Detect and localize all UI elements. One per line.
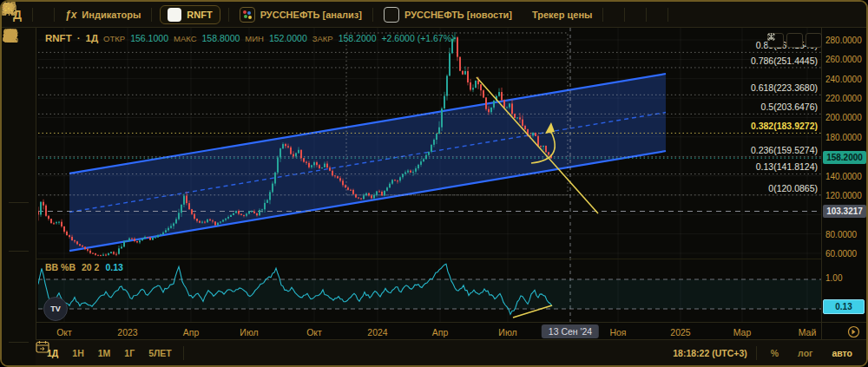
price-tick-label: 140.0000 bbox=[825, 172, 862, 181]
top-toolbar: Д ƒx Индикаторы RNFT РУССНЕФТЬ [анализ] bbox=[2, 2, 866, 28]
time-axis-label: Окт bbox=[56, 327, 72, 338]
tool-trend-line[interactable] bbox=[7, 52, 30, 71]
time-axis-label: Ноя bbox=[609, 327, 626, 338]
range-button-1Г[interactable]: 1Г bbox=[122, 346, 137, 360]
tool-lock-drawings[interactable] bbox=[7, 298, 30, 317]
tool-magnet[interactable] bbox=[7, 255, 30, 274]
toolbar-divider bbox=[32, 8, 33, 22]
camera-icon bbox=[2, 2, 16, 14]
toolbar-divider bbox=[624, 8, 625, 22]
tool-remove-drawings[interactable] bbox=[7, 346, 30, 365]
sidebar-divider bbox=[9, 251, 29, 252]
watchlist-star-button[interactable] bbox=[611, 13, 616, 16]
analysis-button[interactable]: РУССНЕФТЬ [анализ] bbox=[237, 5, 365, 24]
last-price-tag: 158.2000 bbox=[823, 151, 866, 164]
sidebar-divider bbox=[9, 202, 29, 203]
high-value: 158.8000 bbox=[202, 33, 240, 43]
fib-level-label: 0.382(183.9272) bbox=[557, 121, 818, 131]
time-axis-label: Июл bbox=[498, 327, 516, 338]
pane-restore-button[interactable] bbox=[806, 33, 822, 48]
price-tick-label: 260.0000 bbox=[825, 55, 862, 64]
price-tracker-button[interactable]: Трекер цены bbox=[529, 8, 595, 22]
tool-text[interactable]: T bbox=[7, 116, 30, 135]
time-axis-label: Май bbox=[799, 327, 817, 338]
open-value: 156.1000 bbox=[130, 33, 168, 43]
draw-note-button[interactable] bbox=[654, 13, 660, 16]
tool-measure[interactable] bbox=[7, 206, 30, 226]
calendar-icon bbox=[36, 340, 49, 353]
settings-button[interactable] bbox=[814, 13, 819, 16]
tool-drawing-mode[interactable] bbox=[7, 276, 30, 295]
time-axis-label: Июл bbox=[240, 327, 258, 338]
tool-emoji[interactable] bbox=[7, 180, 30, 199]
time-axis-label: Апр bbox=[432, 327, 449, 338]
crosshair-date-badge: 13 Сен '24 bbox=[542, 324, 599, 338]
clock-display[interactable]: 18:18:22 (UTC+3) bbox=[673, 348, 747, 358]
pane-controls bbox=[767, 33, 822, 48]
russneft-logo-icon bbox=[168, 8, 181, 22]
undo-button[interactable] bbox=[676, 13, 681, 16]
time-axis-label: Апр bbox=[183, 327, 200, 338]
sidebar-divider bbox=[9, 342, 29, 343]
tool-curve[interactable] bbox=[7, 95, 30, 114]
toolbar-right-icons bbox=[814, 13, 858, 16]
fx-icon: ƒx bbox=[65, 9, 76, 21]
fib-level-label: 0.5(203.6476) bbox=[557, 102, 818, 112]
indicator-legend[interactable]: BB %B 20 2 0.13 bbox=[45, 262, 123, 272]
alerts-button[interactable] bbox=[633, 13, 638, 16]
screenshot-button[interactable] bbox=[852, 13, 858, 16]
change-value: +2.6000 (+1.67%) bbox=[381, 33, 454, 43]
tool-hide-drawings[interactable] bbox=[7, 318, 30, 338]
price-tick-label: 80.0000 bbox=[825, 230, 857, 239]
tool-forecast[interactable] bbox=[7, 159, 30, 178]
legend-interval[interactable]: 1Д bbox=[86, 33, 99, 43]
time-axis-label: 2025 bbox=[670, 327, 690, 338]
range-button-1М[interactable]: 1М bbox=[95, 346, 114, 360]
auto-scale-button[interactable]: авто bbox=[826, 347, 858, 359]
bottom-toolbar: 1Д1Н1М1Г5ЛЕТ 18:18:22 (UTC+3) % лог авто bbox=[36, 339, 866, 365]
chart-window: 280.0000260.0000240.0000220.0000200.0000… bbox=[0, 0, 868, 367]
price-tick-label: 280.0000 bbox=[825, 36, 862, 45]
indicator-name: BB %B bbox=[45, 262, 76, 272]
range-button-5ЛЕТ[interactable]: 5ЛЕТ bbox=[146, 346, 174, 360]
time-axis-label: Мар bbox=[733, 327, 752, 338]
fib-level-label: 0.786(251.4445) bbox=[557, 56, 818, 66]
time-axis-label: Окт bbox=[306, 327, 322, 338]
tool-fib-retracement[interactable] bbox=[7, 74, 30, 93]
go-to-date-button[interactable] bbox=[193, 351, 198, 355]
legend-symbol[interactable]: RNFT bbox=[45, 33, 72, 43]
news-button[interactable]: РУССНЕФТЬ [новости] bbox=[381, 5, 515, 24]
date-ranges: 1Д1Н1М1Г5ЛЕТ bbox=[44, 346, 174, 360]
bb-top-label: 1.00 bbox=[825, 273, 842, 283]
indicator-value: 0.13 bbox=[105, 262, 122, 272]
close-value: 158.2000 bbox=[339, 33, 377, 43]
indicators-button[interactable]: ƒx Индикаторы bbox=[62, 7, 143, 23]
price-tick-label: 60.0000 bbox=[825, 249, 857, 259]
fullscreen-button[interactable] bbox=[833, 13, 838, 16]
pane-maximize-button[interactable] bbox=[786, 33, 803, 48]
symbol-legend: RNFT · 1Д ОТКР156.1000 МАКС158.8000 МИН1… bbox=[45, 33, 455, 43]
tradingview-logo[interactable]: TV bbox=[43, 297, 68, 321]
toolbar-divider bbox=[151, 8, 152, 22]
restore-icon bbox=[767, 33, 775, 41]
toolbar-divider bbox=[646, 8, 647, 22]
percent-scale-button[interactable]: % bbox=[766, 347, 784, 359]
rss-icon bbox=[384, 7, 399, 23]
fib-level-label: 0(120.0865) bbox=[557, 183, 818, 193]
toolbar-divider bbox=[183, 346, 184, 360]
toolbar-divider bbox=[667, 8, 668, 22]
chart-type-button[interactable] bbox=[41, 13, 46, 16]
price-tick-label: 200.0000 bbox=[825, 113, 862, 122]
redo-button[interactable] bbox=[689, 13, 694, 16]
log-scale-button[interactable]: лог bbox=[792, 347, 818, 359]
price-tick-label: 120.0000 bbox=[825, 191, 862, 200]
range-button-1Н[interactable]: 1Н bbox=[69, 346, 86, 360]
tool-xabcd-pattern[interactable] bbox=[7, 137, 30, 156]
price-tick-label: 220.0000 bbox=[825, 94, 862, 103]
trash-icon bbox=[2, 27, 19, 44]
fib-level-label: 0.13(141.8124) bbox=[557, 161, 818, 172]
analysis-splash-icon bbox=[240, 7, 255, 23]
tool-zoom-in[interactable] bbox=[7, 228, 30, 247]
indicator-params: 20 2 bbox=[82, 262, 99, 272]
symbol-chip[interactable]: RNFT bbox=[160, 5, 220, 24]
